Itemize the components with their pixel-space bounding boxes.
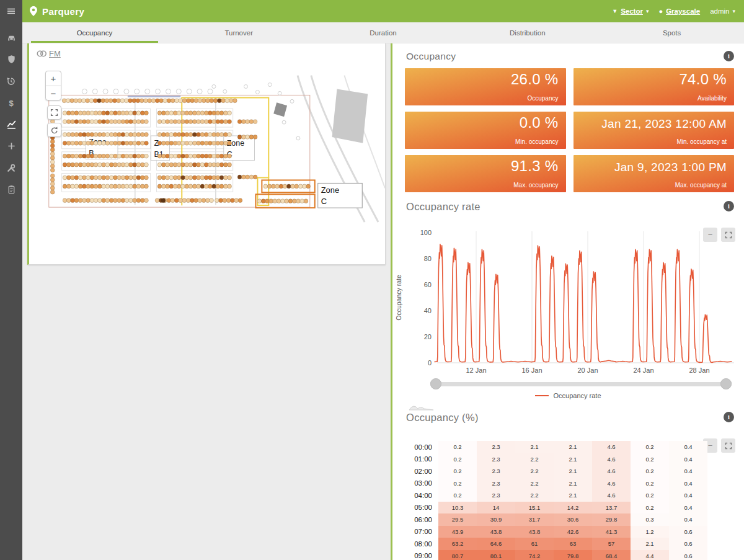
heatmap-cell[interactable]: 0.6 (669, 538, 707, 550)
heatmap-cell[interactable]: 2.2 (515, 489, 554, 502)
heatmap-cell[interactable]: 68.4 (592, 550, 631, 560)
heatmap-cell[interactable]: 2.1 (554, 465, 592, 478)
heatmap-cell[interactable]: 14 (477, 502, 515, 514)
heatmap-cell[interactable]: 2.2 (515, 478, 554, 490)
heatmap-cell[interactable]: 30.6 (554, 513, 592, 526)
heatmap-cell[interactable]: 2.3 (477, 453, 515, 466)
shield-icon[interactable] (0, 48, 22, 70)
heatmap-cell[interactable]: 2.2 (515, 453, 554, 466)
heatmap-cell[interactable]: 0.4 (669, 465, 707, 478)
history-icon[interactable] (0, 70, 22, 92)
parking-map[interactable]: ZoneBZB1ZoneCZoneC (29, 43, 385, 264)
tab-occupancy[interactable]: Occupancy (22, 22, 167, 43)
heatmap-cell[interactable]: 0.2 (631, 478, 669, 490)
occupancy-heatmap[interactable]: 00:000.22.32.12.14.60.20.401:000.22.32.2… (404, 441, 707, 560)
analytics-icon[interactable] (0, 113, 22, 135)
heatmap-cell[interactable]: 2.3 (477, 441, 515, 453)
grayscale-toggle[interactable]: ● Grayscale (658, 7, 700, 15)
heatmap-cell[interactable]: 57 (592, 538, 631, 550)
heatmap-cell[interactable]: 2.2 (515, 465, 554, 478)
heatmap-cell[interactable]: 4.6 (592, 478, 631, 490)
zoom-out-button[interactable]: − (46, 86, 61, 100)
heatmap-cell[interactable]: 43.8 (477, 526, 515, 538)
heatmap-cell[interactable]: 42.6 (554, 526, 592, 538)
heatmap-cell[interactable]: 0.2 (631, 502, 669, 514)
tab-duration[interactable]: Duration (311, 22, 456, 43)
heatmap-cell[interactable]: 0.4 (669, 502, 707, 514)
heatmap-cell[interactable]: 0.2 (631, 453, 669, 466)
heatmap-cell[interactable]: 43.9 (438, 526, 477, 538)
heatmap-cell[interactable]: 0.4 (669, 453, 707, 466)
heatmap-cell[interactable]: 2.1 (631, 538, 669, 550)
heatmap-cell[interactable]: 80.1 (477, 550, 515, 560)
fm-map-link[interactable]: FM (37, 49, 61, 58)
heatmap-cell[interactable]: 2.3 (477, 489, 515, 502)
heatmap-cell[interactable]: 0.2 (438, 453, 477, 466)
slider-track[interactable] (436, 382, 726, 386)
heatmap-cell[interactable]: 2.1 (554, 441, 592, 453)
tab-distribution[interactable]: Distribution (455, 22, 600, 43)
plus-icon[interactable] (0, 135, 22, 157)
heatmap-cell[interactable]: 2.3 (477, 465, 515, 478)
heatmap-cell[interactable]: 63 (554, 538, 592, 550)
heatmap-cell[interactable]: 29.8 (592, 513, 631, 526)
heatmap-cell[interactable]: 4.6 (592, 489, 631, 502)
heatmap-cell[interactable]: 63.2 (438, 538, 477, 550)
heatmap-cell[interactable]: 31.7 (515, 513, 554, 526)
heatmap-cell[interactable]: 80.7 (438, 550, 477, 560)
heatmap-cell[interactable]: 0.2 (631, 465, 669, 478)
heatmap-cell[interactable]: 14.2 (554, 502, 592, 514)
heatmap-cell[interactable]: 0.2 (631, 489, 669, 502)
heatmap-cell[interactable]: 0.2 (438, 465, 477, 478)
zoom-in-button[interactable]: + (46, 71, 61, 86)
heatmap-cell[interactable]: 0.3 (631, 513, 669, 526)
slider-handle-right[interactable] (720, 378, 732, 389)
heatmap-cell[interactable]: 2.1 (554, 478, 592, 490)
report-icon[interactable] (0, 179, 22, 200)
heatmap-cell[interactable]: 64.6 (477, 538, 515, 550)
heatmap-cell[interactable]: 30.9 (477, 513, 515, 526)
heatmap-cell[interactable]: 2.1 (554, 489, 592, 502)
heatmap-cell[interactable]: 0.2 (631, 441, 669, 453)
heatmap-cell[interactable]: 29.5 (438, 513, 477, 526)
heatmap-cell[interactable]: 4.6 (592, 453, 631, 466)
slider-handle-left[interactable] (430, 378, 441, 389)
info-icon[interactable]: i (724, 51, 734, 61)
heatmap-cell[interactable]: 0.4 (669, 513, 707, 526)
sector-filter[interactable]: ▼ Sector ▾ (612, 7, 649, 15)
dollar-icon[interactable]: $ (0, 92, 22, 113)
car-icon[interactable] (0, 27, 22, 48)
heatmap-cell[interactable]: 0.4 (669, 489, 707, 502)
heatmap-cell[interactable]: 1.2 (631, 526, 669, 538)
heatmap-cell[interactable]: 79.8 (554, 550, 592, 560)
heatmap-cell[interactable]: 0.4 (669, 478, 707, 490)
heatmap-cell[interactable]: 2.1 (554, 453, 592, 466)
heatmap-fullscreen-button[interactable] (721, 438, 735, 453)
heatmap-cell[interactable]: 43.8 (515, 526, 554, 538)
tab-spots[interactable]: Spots (600, 22, 744, 43)
heatmap-cell[interactable]: 10.3 (438, 502, 477, 514)
heatmap-cell[interactable]: 74.2 (515, 550, 554, 560)
heatmap-cell[interactable]: 13.7 (592, 502, 631, 514)
heatmap-cell[interactable]: 0.4 (669, 441, 707, 453)
heatmap-cell[interactable]: 41.3 (592, 526, 631, 538)
heatmap-cell[interactable]: 0.2 (438, 441, 477, 453)
heatmap-cell[interactable]: 0.2 (438, 478, 477, 490)
heatmap-cell[interactable]: 0.6 (669, 526, 707, 538)
info-icon[interactable]: i (724, 412, 734, 422)
heatmap-cell[interactable]: 0.6 (669, 550, 707, 560)
heatmap-cell[interactable]: 2.1 (515, 441, 554, 453)
heatmap-cell[interactable]: 4.6 (592, 465, 631, 478)
occupancy-rate-chart[interactable]: 12 Jan16 Jan20 Jan24 Jan28 Jan0204060801… (392, 219, 744, 381)
heatmap-cell[interactable]: 4.4 (631, 550, 669, 560)
map-rotate-reset-button[interactable] (47, 123, 61, 137)
tools-icon[interactable] (0, 157, 22, 179)
heatmap-cell[interactable]: 4.6 (592, 441, 631, 453)
heatmap-cell[interactable]: 15.1 (515, 502, 554, 514)
heatmap-cell[interactable]: 61 (515, 538, 554, 550)
info-icon[interactable]: i (724, 201, 734, 211)
tab-turnover[interactable]: Turnover (167, 22, 311, 43)
map-fullscreen-button[interactable] (47, 105, 61, 120)
heatmap-cell[interactable]: 2.3 (477, 478, 515, 490)
menu-icon[interactable] (0, 0, 22, 22)
